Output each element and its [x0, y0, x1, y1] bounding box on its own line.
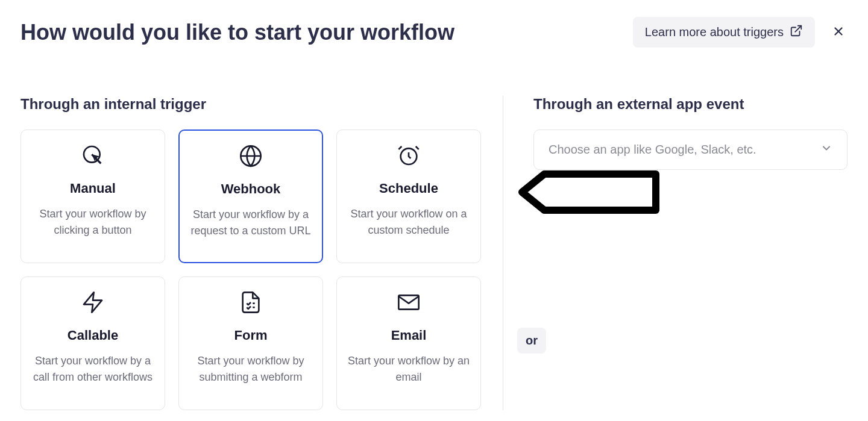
- external-trigger-heading: Through an external app event: [533, 96, 848, 113]
- alarm-clock-icon: [397, 143, 421, 170]
- trigger-card-email[interactable]: Email Start your workflow by an email: [336, 276, 481, 410]
- page-title: How would you like to start your workflo…: [20, 20, 454, 45]
- svg-rect-9: [398, 295, 418, 309]
- internal-trigger-heading: Through an internal trigger: [20, 96, 479, 113]
- svg-line-0: [795, 26, 801, 32]
- svg-marker-6: [84, 292, 102, 312]
- close-icon: [832, 31, 845, 40]
- lightning-icon: [81, 290, 105, 317]
- globe-icon: [239, 144, 263, 170]
- learn-more-button[interactable]: Learn more about triggers: [633, 17, 815, 48]
- app-select-placeholder: Choose an app like Google, Slack, etc.: [549, 143, 756, 157]
- card-desc: Start your workflow by a request to a cu…: [189, 207, 312, 239]
- card-title: Callable: [68, 328, 118, 343]
- card-desc: Start your workflow on a custom schedule: [347, 206, 471, 239]
- card-desc: Start your workflow by a call from other…: [31, 353, 155, 385]
- trigger-card-form[interactable]: Form Start your workflow by submitting a…: [178, 276, 323, 410]
- learn-more-label: Learn more about triggers: [645, 25, 784, 39]
- chevron-down-icon: [820, 142, 832, 157]
- mail-icon: [397, 290, 421, 317]
- cursor-click-icon: [81, 143, 105, 170]
- card-title: Form: [234, 328, 268, 343]
- card-title: Manual: [70, 181, 116, 196]
- card-desc: Start your workflow by submitting a webf…: [189, 353, 313, 385]
- card-desc: Start your workflow by an email: [347, 353, 471, 385]
- or-divider-badge: or: [517, 328, 546, 354]
- card-title: Schedule: [379, 181, 438, 196]
- trigger-card-manual[interactable]: Manual Start your workflow by clicking a…: [20, 129, 165, 263]
- app-select-dropdown[interactable]: Choose an app like Google, Slack, etc.: [533, 129, 848, 170]
- external-link-icon: [790, 24, 803, 40]
- card-title: Email: [391, 328, 427, 343]
- close-button[interactable]: [829, 22, 848, 42]
- card-desc: Start your workflow by clicking a button: [31, 206, 155, 239]
- form-document-icon: [239, 290, 263, 317]
- pointer-arrow-icon: [517, 168, 662, 219]
- trigger-card-webhook[interactable]: Webhook Start your workflow by a request…: [178, 129, 323, 263]
- trigger-card-callable[interactable]: Callable Start your workflow by a call f…: [20, 276, 165, 410]
- card-title: Webhook: [221, 181, 281, 197]
- trigger-card-schedule[interactable]: Schedule Start your workflow on a custom…: [336, 129, 481, 263]
